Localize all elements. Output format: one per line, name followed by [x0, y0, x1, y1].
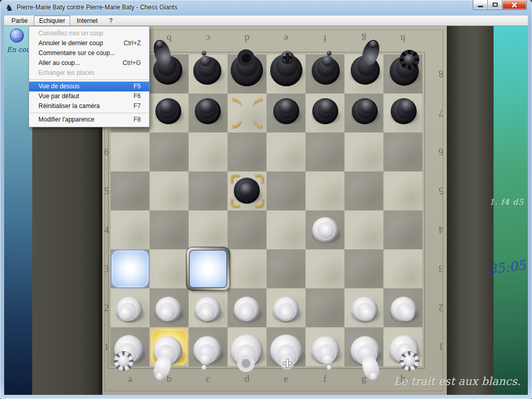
chess-knight-icon: ♞ [5, 3, 13, 14]
file-label-bottom-e: e [267, 373, 305, 384]
board-square-f6[interactable] [305, 132, 344, 171]
black-pawn-b7[interactable] [150, 94, 189, 132]
board-square-h5[interactable] [383, 171, 422, 210]
board-square-b5[interactable] [150, 171, 189, 210]
board-square-h6[interactable] [383, 132, 422, 171]
menubar-item-internet[interactable]: Internet [71, 16, 103, 26]
white-queen-d1[interactable] [228, 327, 267, 366]
white-knight-g1[interactable] [344, 327, 383, 366]
menu-item-label: Annuler le dernier coup [38, 38, 103, 48]
white-rook-a1[interactable] [111, 327, 150, 366]
white-pawn-g2[interactable] [344, 288, 383, 327]
piece-head [322, 354, 333, 365]
board-square-b3[interactable] [150, 249, 189, 288]
black-bishop-f8[interactable] [305, 55, 344, 94]
maximize-icon [493, 3, 498, 7]
legal-move-glow-c3 [189, 250, 227, 288]
board-square-d4[interactable] [228, 210, 267, 249]
file-label-top-f: f [305, 33, 344, 44]
white-pawn-h2[interactable] [383, 288, 422, 327]
title-bar[interactable]: ♞ Pierre-Marie Baty contre Pierre-Marie … [0, 0, 532, 16]
marker-corner [252, 98, 262, 108]
black-bishop-c8[interactable] [189, 55, 228, 94]
board-square-g4[interactable] [344, 210, 383, 249]
menu-item-annuler-le-dernier-coup[interactable]: Annuler le dernier coupCtrl+Z [29, 38, 149, 48]
menubar-item-echiquier[interactable]: Echiquier [34, 16, 70, 26]
board-square-g3[interactable] [344, 249, 383, 288]
black-pawn-e7[interactable] [267, 94, 305, 132]
white-pawn-c2[interactable] [189, 288, 228, 327]
board-square-e4[interactable] [267, 210, 305, 249]
white-bishop-c1[interactable] [189, 327, 228, 366]
board-square-e6[interactable] [267, 132, 305, 171]
board-square-h3[interactable] [383, 249, 422, 288]
menu-item-commentaire-sur-ce-coup[interactable]: Commentaire sur ce coup... [29, 48, 149, 58]
white-rook-h1[interactable] [383, 327, 422, 366]
white-bishop-f1[interactable] [305, 327, 344, 366]
white-pawn-d2[interactable] [228, 288, 267, 327]
menu-item-modifier-l-apparence[interactable]: Modifier l'apparenceF8 [29, 115, 149, 125]
black-pawn-c7[interactable] [189, 94, 228, 132]
black-queen-d8[interactable] [228, 55, 267, 94]
black-king-e8[interactable] [267, 55, 305, 94]
black-pawn-g7[interactable] [344, 94, 383, 132]
board-square-c5[interactable] [189, 171, 228, 210]
menubar-item-item[interactable]: ? [104, 16, 118, 26]
last-move-origin-d7 [228, 94, 267, 132]
black-pawn-h7[interactable] [383, 94, 422, 132]
piece-head [159, 307, 174, 321]
rank-label-left-5: 5 [102, 171, 111, 210]
piece-head [360, 307, 374, 321]
white-pawn-e2[interactable] [267, 288, 305, 327]
legal-move-frame-c3[interactable] [187, 247, 230, 290]
black-rook-h8[interactable] [383, 55, 422, 94]
legal-move-glow-a3[interactable] [112, 250, 149, 287]
board-square-g5[interactable] [344, 171, 383, 210]
black-pawn-d5[interactable] [228, 171, 267, 210]
file-label-top-d: d [228, 33, 267, 44]
menu-item-vue-par-defaut[interactable]: Vue par défautF6 [29, 91, 149, 101]
rank-label-right-5: 5 [437, 171, 445, 210]
back-button[interactable]: ← [10, 29, 24, 43]
file-label-top-c: c [189, 33, 228, 44]
board-square-a6[interactable] [111, 132, 150, 171]
white-king-e1[interactable] [267, 327, 305, 366]
black-knight-b8[interactable] [150, 55, 189, 94]
file-label-top-e: e [267, 33, 305, 44]
minimize-button[interactable] [473, 0, 488, 10]
board-square-d3[interactable] [228, 249, 267, 288]
white-pawn-f4[interactable] [305, 210, 344, 249]
board-square-d6[interactable] [228, 132, 267, 171]
rank-label-right-7: 7 [437, 94, 445, 132]
board-square-f2[interactable] [305, 288, 344, 327]
board-square-b4[interactable] [150, 210, 189, 249]
board-square-a5[interactable] [111, 171, 150, 210]
board-square-f5[interactable] [305, 171, 344, 210]
file-label-top-h: h [383, 33, 422, 44]
board-square-c4[interactable] [189, 210, 228, 249]
white-pawn-a2[interactable] [111, 288, 150, 327]
menu-item-vue-de-dessus[interactable]: Vue de dessusF5 [29, 82, 149, 91]
board-square-e5[interactable] [267, 171, 305, 210]
menu-item-reinitialiser-la-camera[interactable]: Réinitialiser la caméraF7 [29, 101, 149, 111]
board-square-a4[interactable] [111, 210, 150, 249]
board-square-e3[interactable] [267, 249, 305, 288]
board-square-h4[interactable] [383, 210, 422, 249]
close-button[interactable] [502, 0, 527, 10]
board-square-b6[interactable] [150, 132, 189, 171]
black-knight-g8[interactable] [344, 55, 383, 94]
file-label-bottom-a: a [111, 373, 150, 384]
window-controls [473, 0, 527, 10]
black-pawn-f7[interactable] [305, 94, 344, 132]
maximize-button[interactable] [488, 0, 502, 10]
board-square-g6[interactable] [344, 132, 383, 171]
white-pawn-b2[interactable] [150, 288, 189, 327]
menubar-item-partie[interactable]: Partie [6, 16, 33, 26]
menu-item-aller-au-coup[interactable]: Aller au coup...Ctrl+G [29, 58, 149, 68]
board-square-f3[interactable] [305, 249, 344, 288]
close-icon [511, 2, 518, 8]
menu-item-echanger-les-places: Echanger les places [29, 68, 149, 78]
white-knight-b1[interactable] [150, 327, 189, 366]
piece-head [280, 100, 294, 114]
board-square-c6[interactable] [189, 132, 228, 171]
